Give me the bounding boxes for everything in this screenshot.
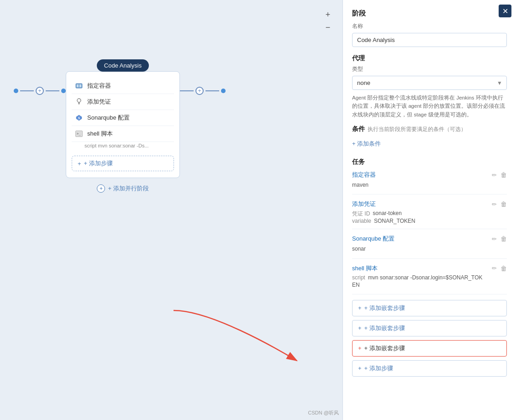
add-parallel-label: + 添加并行阶段: [108, 184, 148, 193]
task1-delete-button[interactable]: 🗑: [500, 171, 507, 178]
task2-trash-icon: 🗑: [500, 200, 507, 208]
task4-name[interactable]: shell 脚本: [352, 264, 378, 273]
task4-row1-key: script: [352, 274, 365, 281]
task2-edit-button[interactable]: ✏: [492, 200, 497, 208]
stage-label[interactable]: Code Analysis: [97, 59, 149, 72]
step-specify-container[interactable]: 指定容器: [72, 78, 174, 94]
task2-header: 添加凭证 ✏ 🗑: [352, 200, 507, 208]
task3-trash-icon: 🗑: [500, 235, 507, 242]
container-icon: [74, 81, 84, 90]
task3-edit-button[interactable]: ✏: [492, 235, 497, 242]
task4-trash-icon: 🗑: [500, 265, 507, 272]
type-select[interactable]: none: [352, 76, 507, 90]
step-add-credential[interactable]: 添加凭证: [72, 94, 174, 110]
task4-edit-button[interactable]: ✏: [492, 265, 497, 272]
agent-section-header: 代理: [352, 54, 507, 63]
svg-point-3: [77, 99, 81, 102]
connector-dot-left2: [61, 89, 66, 93]
task2-name[interactable]: 添加凭证: [352, 200, 376, 208]
task1-actions: ✏ 🗑: [492, 171, 507, 178]
name-field-input[interactable]: [352, 33, 507, 47]
task2-delete-button[interactable]: 🗑: [500, 200, 507, 208]
right-connector: +: [180, 87, 226, 95]
main-container: + − + Code Analysis: [0, 0, 516, 420]
task2-row1-val: sonar-token: [373, 210, 401, 218]
stage-card-wrapper: Code Analysis 指定容器: [66, 59, 180, 193]
type-field-label: 类型: [352, 65, 507, 73]
task2-row2-val: SONAR_TOKEN: [374, 218, 415, 224]
task2-row1-key: 凭证 ID: [352, 210, 370, 218]
task1-value: maven: [352, 181, 507, 189]
step-sonarqube-label: Sonarqube 配置: [87, 114, 130, 122]
task1-name[interactable]: 指定容器: [352, 171, 376, 179]
task3-delete-button[interactable]: 🗑: [500, 235, 507, 242]
task2-row2-key: variable: [352, 218, 371, 224]
left-connector: +: [14, 87, 66, 95]
add-nested-3-plus-icon: +: [358, 345, 362, 352]
connector-line-left2: [46, 90, 59, 91]
stage-section-header: 阶段 🗑: [352, 9, 507, 18]
task-item-sonarqube: Sonarqube 配置 ✏ 🗑 sonar: [352, 235, 507, 258]
sonarqube-icon: S: [74, 113, 84, 122]
type-select-wrapper: none ▼: [352, 76, 507, 90]
add-nested-step-button-2[interactable]: + + 添加嵌套步骤: [352, 320, 507, 336]
step-shell-label: shell 脚本: [87, 130, 113, 138]
add-step-button[interactable]: + + 添加步骤: [72, 156, 174, 171]
add-condition-button[interactable]: + 添加条件: [352, 137, 381, 151]
condition-section: 条件 执行当前阶段所需要满足的条件（可选）: [352, 125, 507, 133]
add-condition-label: + 添加条件: [352, 140, 381, 148]
canvas-area: + − + Code Analysis: [0, 0, 342, 420]
task4-delete-button[interactable]: 🗑: [500, 265, 507, 272]
condition-label: 条件: [352, 125, 365, 133]
task4-header: shell 脚本 ✏ 🗑: [352, 264, 507, 273]
right-panel: ✕ 阶段 🗑 名称 代理 类型 none ▼ Agent 部分指定整个流水线或特…: [342, 0, 516, 420]
svg-text:>_: >_: [77, 132, 81, 136]
task1-edit-button[interactable]: ✏: [492, 171, 497, 178]
task4-pencil-icon: ✏: [492, 265, 497, 272]
zoom-in-button[interactable]: +: [322, 9, 333, 20]
step-add-credential-label: 添加凭证: [87, 98, 111, 106]
connector-dot-right: [221, 89, 226, 93]
add-nested-step-button-3[interactable]: + + 添加嵌套步骤: [352, 340, 507, 357]
task1-header: 指定容器 ✏ 🗑: [352, 171, 507, 179]
add-nested-1-label: + 添加嵌套步骤: [364, 304, 405, 312]
task3-name[interactable]: Sonarqube 配置: [352, 235, 395, 243]
add-nested-1-plus-icon: +: [358, 304, 362, 311]
step-sonarqube[interactable]: S Sonarqube 配置: [72, 110, 174, 126]
panel-content: 阶段 🗑 名称 代理 类型 none ▼ Agent 部分指定整个流水线或特定阶…: [343, 0, 516, 384]
connector-line-left: [20, 90, 34, 91]
stage-section-title: 阶段: [352, 9, 366, 18]
add-step-label: + 添加步骤: [84, 159, 113, 168]
add-step-bottom-button[interactable]: + + 添加步骤: [352, 360, 507, 377]
connector-line-right1: [180, 90, 194, 91]
pipeline-wrapper: + Code Analysis: [0, 59, 342, 193]
task3-header: Sonarqube 配置 ✏ 🗑: [352, 235, 507, 243]
svg-text:S: S: [78, 116, 80, 120]
connector-plus-left[interactable]: +: [36, 87, 44, 95]
watermark: CSDN @听风: [308, 410, 339, 416]
add-nested-2-label: + 添加嵌套步骤: [364, 324, 405, 332]
task1-trash-icon: 🗑: [500, 171, 507, 178]
task2-row1: 凭证 ID sonar-token: [352, 210, 507, 218]
task-item-specify-container: 指定容器 ✏ 🗑 maven: [352, 171, 507, 194]
task1-pencil-icon: ✏: [492, 172, 497, 178]
add-parallel-button[interactable]: + + 添加并行阶段: [97, 184, 148, 193]
task2-row2: variable SONAR_TOKEN: [352, 218, 507, 224]
task2-pencil-icon: ✏: [492, 201, 497, 208]
step-shell[interactable]: >_ shell 脚本: [72, 126, 174, 142]
add-nested-step-button-1[interactable]: + + 添加嵌套步骤: [352, 300, 507, 316]
add-step-plus-icon: +: [78, 160, 81, 167]
task4-actions: ✏ 🗑: [492, 265, 507, 272]
task-item-add-credential: 添加凭证 ✏ 🗑 凭证 ID sonar-token vari: [352, 200, 507, 229]
credential-icon: [74, 97, 84, 106]
zoom-out-button[interactable]: −: [322, 22, 333, 33]
add-nested-3-label: + 添加嵌套步骤: [364, 344, 405, 352]
add-step-bottom-label: + 添加步骤: [364, 364, 393, 373]
close-button[interactable]: ✕: [499, 5, 511, 17]
task4-row1: script mvn sonar:sonar -Dsonar.login=$SO…: [352, 274, 507, 281]
task3-value: sonar: [352, 245, 507, 253]
shell-icon: >_: [74, 129, 84, 138]
name-field-label: 名称: [352, 22, 507, 30]
task4-row1-val: mvn sonar:sonar -Dsonar.login=$SONAR_TOK: [368, 274, 483, 281]
connector-plus-right[interactable]: +: [195, 87, 204, 95]
